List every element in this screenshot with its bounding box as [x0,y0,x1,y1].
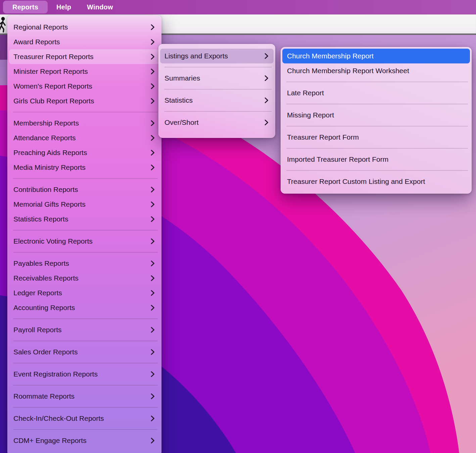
submenu-chevron-icon [264,52,269,60]
menu-item-minister-report-reports[interactable]: Minister Report Reports [9,64,160,79]
menu-separator [7,404,161,411]
submenu-chevron-icon [150,215,155,223]
menubar-item-label: Help [56,3,71,11]
menu-item-label: Electronic Voting Reports [13,237,146,245]
menu-separator [7,337,161,345]
menu-item-electronic-voting-reports[interactable]: Electronic Voting Reports [9,234,160,249]
menu-item-label: Roommate Reports [13,392,146,400]
menu-item-cdm-engage-reports[interactable]: CDM+ Engage Reports [9,433,160,448]
submenu-chevron-icon [150,348,155,356]
menu-item-statistics-reports[interactable]: Statistics Reports [9,212,160,226]
submenu-chevron-icon [150,260,155,267]
menu-item-treasurer-report-form[interactable]: Treasurer Report Form [282,130,470,145]
menu-item-label: Women's Report Reports [13,82,146,90]
menu-item-label: Girls Club Report Reports [13,97,146,105]
submenu-chevron-icon [150,119,155,127]
menubar-item-help[interactable]: Help [49,0,78,14]
menu-item-label: Statistics Reports [13,215,146,223]
menu-item-payroll-reports[interactable]: Payroll Reports [9,322,160,337]
menu-item-label: Over/Short [164,118,259,127]
walking-person-icon [0,16,7,33]
menu-item-regional-reports[interactable]: Regional Reports [9,20,160,35]
submenu-chevron-icon [150,149,155,156]
submenu-chevron-icon [150,437,155,444]
menu-item-label: Treasurer Report Reports [13,53,146,61]
submenu-chevron-icon [150,393,155,400]
menubar-item-window[interactable]: Window [80,0,120,14]
menu-item-receivables-reports[interactable]: Receivables Reports [9,271,160,286]
menu-item-girls-club-report-reports[interactable]: Girls Club Report Reports [9,94,160,108]
menu-item-contribution-reports[interactable]: Contribution Reports [9,182,160,197]
menu-item-listings-and-exports[interactable]: Listings and Exports [160,49,274,63]
menu-item-label: Church Membership Report Worksheet [287,67,465,75]
submenu-chevron-icon [150,38,155,46]
menu-item-womens-report-reports[interactable]: Women's Report Reports [9,79,160,94]
menu-item-summaries[interactable]: Summaries [160,71,274,86]
menu-separator [281,122,472,130]
menu-separator [7,359,161,367]
submenu-chevron-icon [150,23,155,31]
menu-separator [7,226,161,234]
menu-item-label: Media Ministry Reports [13,163,146,171]
menu-separator [158,108,275,115]
menu-item-label: Accounting Reports [13,304,146,312]
menu-item-memorial-gifts-reports[interactable]: Memorial Gifts Reports [9,197,160,212]
menubar-item-label: Window [87,3,113,11]
menubar-item-reports[interactable]: Reports [3,1,48,13]
submenu-chevron-icon [150,134,155,142]
menu-item-media-ministry-reports[interactable]: Media Ministry Reports [9,160,160,175]
menu-item-label: Membership Reports [13,119,146,127]
menu-item-attendance-reports[interactable]: Attendance Reports [9,131,160,145]
menu-separator [158,86,275,93]
menu-item-treasurer-report-custom-listing-and-export[interactable]: Treasurer Report Custom Listing and Expo… [282,174,470,189]
menu-item-label: Regional Reports [13,23,146,31]
menu-item-church-membership-report[interactable]: Church Membership Report [282,49,470,63]
menu-item-treasurer-report-reports[interactable]: Treasurer Report Reports [9,49,160,64]
submenu-chevron-icon [150,326,155,334]
menu-item-label: Receivables Reports [13,274,146,282]
submenu-chevron-icon [150,68,155,75]
treasurer-report-submenu: Listings and Exports Summaries Statistic… [158,44,275,138]
menu-item-label: Late Report [287,89,465,97]
menu-item-statistics[interactable]: Statistics [160,93,274,108]
submenu-chevron-icon [150,53,155,60]
menu-item-membership-reports[interactable]: Membership Reports [9,116,160,131]
menu-item-accounting-reports[interactable]: Accounting Reports [9,300,160,315]
menu-item-church-membership-report-worksheet[interactable]: Church Membership Report Worksheet [282,63,470,78]
menu-item-label: Attendance Reports [13,134,146,142]
menu-separator [7,382,161,389]
menu-item-label: Memorial Gifts Reports [13,200,146,208]
menu-separator [7,426,161,433]
reports-dropdown-menu: Regional Reports Award Reports Treasurer… [7,15,161,453]
submenu-chevron-icon [150,83,155,90]
menu-item-label: CDM+ Engage Reports [13,437,146,445]
menu-separator [7,175,161,182]
menu-item-award-reports[interactable]: Award Reports [9,35,160,49]
menu-separator [281,167,472,174]
menu-item-over-short[interactable]: Over/Short [160,115,274,130]
menu-item-ledger-reports[interactable]: Ledger Reports [9,286,160,300]
menu-item-label: Event Registration Reports [13,370,146,378]
submenu-chevron-icon [264,119,269,126]
menu-item-label: Payroll Reports [13,326,146,334]
menu-item-sales-order-reports[interactable]: Sales Order Reports [9,345,160,359]
menu-item-label: Payables Reports [13,259,146,267]
submenu-chevron-icon [150,238,155,245]
menu-separator [7,108,161,116]
menu-item-late-report[interactable]: Late Report [282,86,470,100]
menu-separator [158,63,275,71]
menu-item-roommate-reports[interactable]: Roommate Reports [9,389,160,404]
menu-item-preaching-aids-reports[interactable]: Preaching Aids Reports [9,145,160,160]
menu-item-imported-treasurer-report-form[interactable]: Imported Treasurer Report Form [282,152,470,167]
menu-item-check-in-check-out-reports[interactable]: Check-In/Check-Out Reports [9,411,160,426]
menu-item-label: Statistics [164,96,259,104]
menu-item-missing-report[interactable]: Missing Report [282,108,470,122]
menu-item-label: Treasurer Report Form [287,133,465,141]
menu-item-label: Contribution Reports [13,186,146,194]
menu-item-payables-reports[interactable]: Payables Reports [9,256,160,271]
submenu-chevron-icon [264,74,269,82]
menu-item-label: Missing Report [287,111,465,119]
menu-item-label: Ledger Reports [13,289,146,297]
menu-item-label: Sales Order Reports [13,348,146,356]
menu-item-event-registration-reports[interactable]: Event Registration Reports [9,367,160,382]
